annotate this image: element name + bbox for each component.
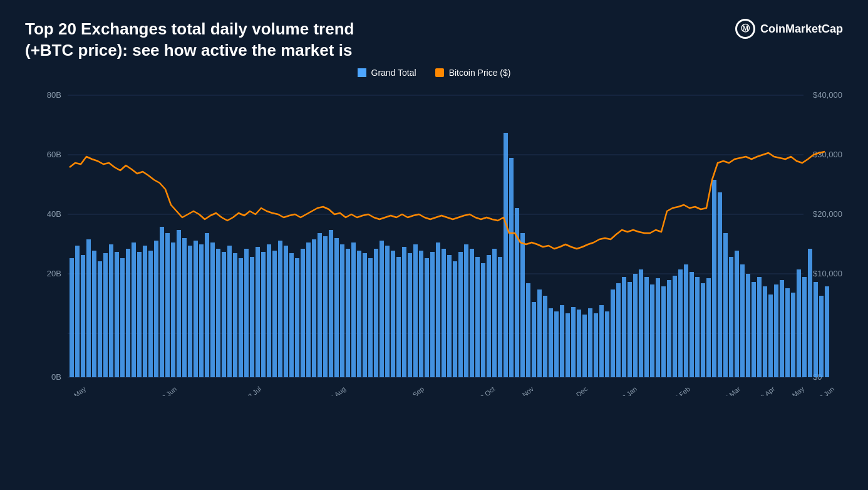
svg-rect-62 <box>385 246 390 377</box>
svg-text:2022 Mar: 2022 Mar <box>715 385 742 396</box>
y-label-20b: 20B <box>47 269 61 278</box>
svg-rect-87 <box>526 283 530 377</box>
svg-rect-35 <box>233 253 237 377</box>
svg-rect-49 <box>312 239 316 377</box>
y-label-40b: 40B <box>47 209 61 219</box>
svg-rect-58 <box>363 253 367 377</box>
svg-rect-81 <box>492 249 497 377</box>
svg-rect-106 <box>633 274 638 377</box>
svg-rect-46 <box>295 258 299 377</box>
svg-rect-24 <box>171 242 175 377</box>
svg-rect-42 <box>272 251 277 377</box>
svg-rect-13 <box>109 244 113 377</box>
svg-rect-66 <box>408 253 412 377</box>
svg-text:2023 Apr: 2023 Apr <box>750 385 777 396</box>
svg-rect-131 <box>774 284 778 377</box>
svg-rect-71 <box>436 242 440 377</box>
svg-rect-133 <box>785 288 790 377</box>
svg-rect-22 <box>160 227 164 377</box>
brand-logo-area: Ⓜ CoinMarketCap <box>735 19 843 39</box>
svg-rect-53 <box>334 238 339 377</box>
svg-rect-63 <box>391 251 395 377</box>
svg-rect-9 <box>86 239 91 377</box>
svg-rect-119 <box>706 278 711 377</box>
svg-text:2022 Jun: 2022 Jun <box>152 385 178 396</box>
svg-rect-138 <box>814 282 818 377</box>
svg-rect-54 <box>340 244 344 377</box>
svg-rect-25 <box>177 230 181 377</box>
svg-rect-107 <box>639 269 643 377</box>
svg-rect-28 <box>194 241 198 377</box>
brand-name: CoinMarketCap <box>760 23 843 36</box>
brand-icon: Ⓜ <box>735 19 755 39</box>
y-label-right-10k: $10,000 <box>813 269 842 278</box>
svg-rect-61 <box>380 241 384 377</box>
svg-rect-123 <box>729 257 733 377</box>
svg-rect-84 <box>509 158 514 377</box>
svg-rect-57 <box>357 251 361 377</box>
svg-text:2023 May: 2023 May <box>778 385 806 396</box>
y-label-right-30k: $30,000 <box>813 150 842 159</box>
svg-rect-34 <box>227 246 232 377</box>
svg-rect-90 <box>543 296 547 377</box>
svg-rect-33 <box>222 252 226 377</box>
svg-rect-10 <box>92 251 96 377</box>
svg-rect-88 <box>532 302 536 377</box>
svg-rect-108 <box>644 277 649 377</box>
svg-rect-47 <box>301 249 305 377</box>
y-label-right-20k: $20,000 <box>813 209 842 219</box>
svg-rect-44 <box>284 246 288 377</box>
header: Top 20 Exchanges total daily volume tren… <box>25 19 843 61</box>
svg-rect-91 <box>549 308 553 377</box>
svg-rect-55 <box>346 249 350 377</box>
svg-rect-36 <box>239 258 243 377</box>
svg-rect-124 <box>735 251 739 377</box>
svg-rect-15 <box>120 258 125 377</box>
svg-rect-31 <box>210 242 215 377</box>
svg-rect-64 <box>396 257 401 377</box>
svg-rect-23 <box>165 233 170 377</box>
svg-rect-75 <box>458 252 463 377</box>
svg-text:2022 Sep: 2022 Sep <box>398 385 425 396</box>
svg-rect-41 <box>267 244 271 377</box>
svg-rect-128 <box>757 277 762 377</box>
svg-rect-43 <box>278 241 282 377</box>
svg-rect-96 <box>577 310 581 377</box>
legend-grand-total-label: Grand Total <box>371 68 416 78</box>
legend-bitcoin-price-label: Bitcoin Price ($) <box>449 68 511 78</box>
svg-rect-95 <box>571 307 576 377</box>
svg-rect-97 <box>582 315 587 377</box>
bitcoin-price-line <box>70 152 825 249</box>
svg-rect-129 <box>763 286 767 377</box>
svg-rect-98 <box>588 308 592 377</box>
svg-rect-118 <box>701 283 705 377</box>
svg-rect-92 <box>554 311 559 377</box>
svg-rect-40 <box>261 252 266 377</box>
svg-rect-135 <box>797 269 801 377</box>
svg-rect-93 <box>560 305 564 377</box>
svg-rect-11 <box>98 261 102 377</box>
svg-rect-67 <box>413 244 418 377</box>
svg-rect-52 <box>329 230 333 377</box>
svg-rect-17 <box>132 242 136 377</box>
svg-rect-70 <box>430 252 435 377</box>
svg-rect-68 <box>419 251 423 377</box>
svg-rect-65 <box>402 247 406 377</box>
svg-rect-103 <box>616 283 621 377</box>
y-label-right-40k: $40,000 <box>813 90 842 100</box>
svg-rect-99 <box>594 313 598 377</box>
svg-rect-82 <box>498 257 502 377</box>
svg-rect-30 <box>205 233 209 377</box>
svg-rect-137 <box>808 249 812 377</box>
svg-rect-6 <box>70 258 74 377</box>
svg-rect-78 <box>475 257 480 377</box>
svg-rect-132 <box>780 280 784 377</box>
svg-text:2022 May: 2022 May <box>59 385 88 396</box>
y-label-80b: 80B <box>47 90 61 100</box>
svg-rect-48 <box>306 242 311 377</box>
svg-rect-125 <box>740 264 745 377</box>
svg-rect-101 <box>605 311 609 377</box>
svg-rect-32 <box>216 249 220 377</box>
svg-rect-19 <box>143 246 147 377</box>
svg-rect-140 <box>825 286 829 377</box>
